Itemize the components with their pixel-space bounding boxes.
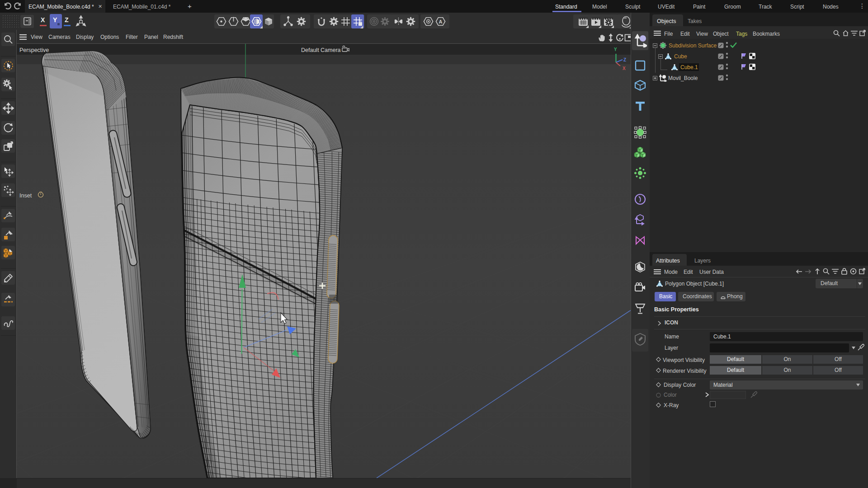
- svg-text:Inset: Inset: [19, 192, 32, 199]
- svg-text:Z: Z: [623, 57, 626, 62]
- svg-text:Perspective: Perspective: [19, 47, 49, 53]
- svg-text:Default Camera: Default Camera: [301, 47, 341, 53]
- svg-text:Y: Y: [614, 47, 617, 52]
- svg-text:X: X: [623, 66, 626, 71]
- svg-text:A: A: [439, 19, 443, 24]
